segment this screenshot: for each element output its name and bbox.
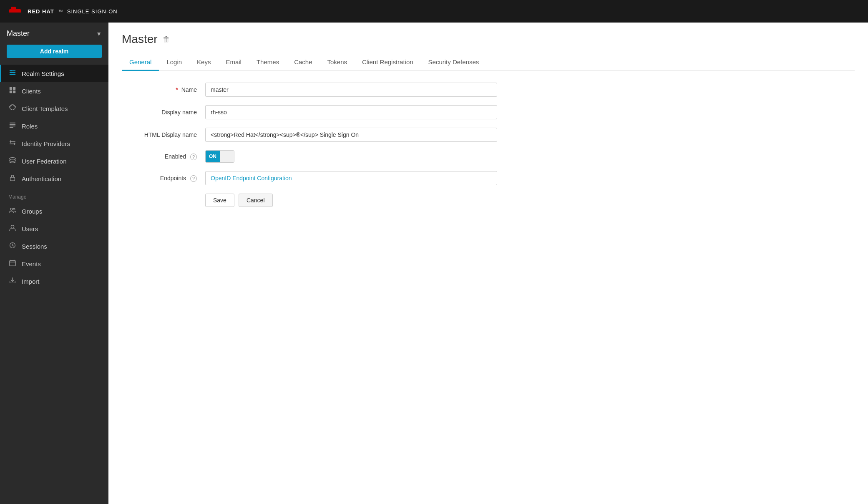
svg-rect-9 — [10, 87, 12, 90]
main-content: Master 🗑 General Login Keys Email Themes… — [108, 23, 868, 504]
import-icon — [8, 277, 17, 286]
tab-security-defenses[interactable]: Security Defenses — [421, 54, 487, 71]
sidebar-item-sessions[interactable]: Sessions — [0, 237, 108, 255]
add-realm-button[interactable]: Add realm — [7, 45, 102, 58]
svg-point-21 — [11, 225, 14, 228]
sidebar-item-sessions-label: Sessions — [22, 243, 47, 250]
sidebar-item-roles[interactable]: Roles — [0, 117, 108, 135]
calendar-icon — [8, 259, 17, 268]
endpoints-row: Endpoints ? OpenID Endpoint Configuratio… — [122, 171, 855, 185]
svg-point-8 — [11, 74, 13, 76]
realm-form: * Name Display name HTML Display name En… — [122, 83, 855, 207]
puzzle-icon — [8, 104, 17, 113]
cancel-button[interactable]: Cancel — [239, 194, 273, 207]
sidebar-item-users[interactable]: Users — [0, 220, 108, 237]
html-display-name-row: HTML Display name — [122, 128, 855, 142]
endpoint-link[interactable]: OpenID Endpoint Configuration — [205, 171, 497, 185]
sidebar: Master ▼ Add realm Realm Settings Client… — [0, 23, 108, 504]
tab-themes[interactable]: Themes — [249, 54, 287, 71]
toggle-off[interactable] — [220, 151, 234, 162]
users-group-icon — [8, 207, 17, 216]
svg-rect-23 — [10, 261, 15, 266]
save-button[interactable]: Save — [205, 194, 234, 207]
logo-sub: SINGLE SIGN-ON — [67, 8, 118, 15]
tab-email[interactable]: Email — [218, 54, 249, 71]
svg-rect-1 — [11, 7, 16, 10]
sidebar-item-user-federation-label: User Federation — [22, 158, 67, 165]
svg-point-19 — [10, 208, 13, 210]
tab-login[interactable]: Login — [159, 54, 189, 71]
svg-rect-14 — [10, 124, 15, 125]
svg-rect-12 — [13, 91, 15, 93]
html-display-name-label: HTML Display name — [122, 131, 205, 138]
sidebar-item-events-label: Events — [22, 260, 41, 267]
sidebar-item-client-templates[interactable]: Client Templates — [0, 100, 108, 117]
endpoints-label: Endpoints ? — [122, 175, 205, 182]
sidebar-item-authentication-label: Authentication — [22, 175, 61, 182]
sliders-icon — [8, 69, 17, 78]
name-label: * Name — [122, 86, 205, 93]
topbar: RED HAT ™ SINGLE SIGN-ON — [0, 0, 868, 23]
toggle-on[interactable]: ON — [206, 151, 220, 162]
sidebar-item-users-label: Users — [22, 225, 38, 232]
clock-icon — [8, 242, 17, 251]
sidebar-item-groups[interactable]: Groups — [0, 202, 108, 220]
grid-icon — [8, 86, 17, 96]
tab-client-registration[interactable]: Client Registration — [355, 54, 421, 71]
form-buttons: Save Cancel — [205, 194, 855, 207]
logo: RED HAT ™ SINGLE SIGN-ON — [8, 7, 118, 16]
enabled-toggle[interactable]: ON — [205, 150, 234, 163]
list-icon — [8, 121, 17, 131]
page-title: Master — [122, 33, 158, 46]
lock-icon — [8, 174, 17, 183]
sidebar-item-authentication[interactable]: Authentication — [0, 170, 108, 187]
page-header: Master 🗑 — [122, 33, 855, 46]
chevron-down-icon: ▼ — [96, 30, 102, 37]
manage-section-label: Manage — [0, 187, 108, 202]
svg-rect-2 — [8, 13, 22, 16]
svg-rect-13 — [10, 123, 15, 123]
svg-point-17 — [10, 158, 15, 160]
sidebar-item-clients-label: Clients — [22, 88, 41, 95]
svg-point-6 — [10, 70, 12, 72]
sidebar-item-realm-settings[interactable]: Realm Settings — [0, 65, 108, 82]
svg-point-20 — [13, 208, 15, 210]
svg-point-7 — [13, 72, 15, 73]
sidebar-item-clients[interactable]: Clients — [0, 82, 108, 100]
sidebar-item-user-federation[interactable]: User Federation — [0, 152, 108, 170]
logo-text: RED HAT — [28, 8, 54, 15]
tab-tokens[interactable]: Tokens — [320, 54, 355, 71]
sidebar-item-identity-providers[interactable]: Identity Providers — [0, 135, 108, 152]
svg-rect-18 — [10, 177, 15, 181]
enabled-row: Enabled ? ON — [122, 150, 855, 163]
svg-rect-15 — [10, 126, 15, 126]
exchange-icon — [8, 139, 17, 148]
user-icon — [8, 224, 17, 233]
sidebar-item-roles-label: Roles — [22, 123, 38, 130]
sidebar-item-import[interactable]: Import — [0, 272, 108, 290]
sidebar-item-client-templates-label: Client Templates — [22, 105, 68, 112]
sidebar-item-events[interactable]: Events — [0, 255, 108, 272]
tab-general[interactable]: General — [122, 54, 159, 71]
sidebar-item-identity-providers-label: Identity Providers — [22, 140, 70, 147]
sidebar-item-groups-label: Groups — [22, 208, 42, 215]
display-name-input[interactable] — [205, 105, 497, 119]
realm-name: Master — [7, 29, 30, 38]
tab-keys[interactable]: Keys — [189, 54, 218, 71]
tab-cache[interactable]: Cache — [287, 54, 320, 71]
name-row: * Name — [122, 83, 855, 97]
tabs-bar: General Login Keys Email Themes Cache To… — [122, 54, 855, 71]
enabled-help-icon[interactable]: ? — [190, 154, 197, 160]
endpoints-help-icon[interactable]: ? — [190, 175, 197, 182]
delete-realm-icon[interactable]: 🗑 — [163, 35, 170, 44]
realm-selector[interactable]: Master ▼ — [0, 23, 108, 41]
name-input[interactable] — [205, 83, 497, 97]
sidebar-item-import-label: Import — [22, 278, 40, 285]
svg-rect-11 — [10, 91, 12, 93]
enabled-label: Enabled ? — [122, 153, 205, 160]
layout: Master ▼ Add realm Realm Settings Client… — [0, 23, 868, 504]
toggle-control[interactable]: ON — [205, 150, 234, 163]
layers-icon — [8, 156, 17, 166]
display-name-row: Display name — [122, 105, 855, 119]
html-display-name-input[interactable] — [205, 128, 497, 142]
